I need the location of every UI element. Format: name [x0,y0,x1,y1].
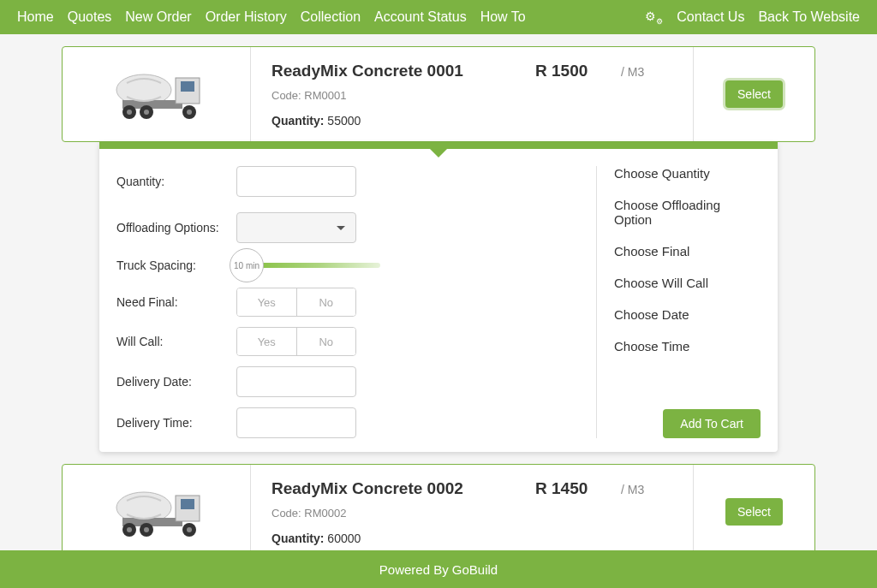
navbar: Home Quotes New Order Order History Coll… [0,0,877,34]
product-info: ReadyMix Concrete 0002 R 1450 / M3 Code:… [251,465,693,559]
step-date: Choose Date [614,307,761,322]
quantity-label: Quantity: [116,175,236,188]
product-title: ReadyMix Concrete 0002 [271,479,535,498]
offloading-label: Offloading Options: [116,221,236,235]
select-button[interactable]: Select [725,80,783,108]
caret-down-icon [337,226,345,230]
panel-arrow-icon [430,149,447,157]
product-card: ReadyMix Concrete 0002 R 1450 / M3 Code:… [62,464,815,560]
truck-spacing-slider[interactable]: 10 min [236,263,391,268]
will-call-no[interactable]: No [297,328,356,355]
svg-point-9 [187,110,192,115]
truck-icon [105,64,208,124]
quantity-input[interactable] [236,166,356,197]
delivery-time-input[interactable] [236,407,356,438]
product-price: R 1500 [535,62,621,80]
product-image [63,47,251,141]
delivery-date-label: Delivery Date: [116,375,236,389]
svg-point-19 [187,527,192,532]
product-select-cell: Select [693,47,814,141]
product-title: ReadyMix Concrete 0001 [271,62,535,80]
nav-new-order[interactable]: New Order [125,9,191,25]
footer-text: Powered By GoBuild [379,562,498,577]
product-code: Code: RM0002 [271,507,672,520]
nav-account-status[interactable]: Account Status [374,9,467,25]
svg-rect-3 [181,81,194,92]
config-form: Quantity: Offloading Options: Truck Spac… [116,166,596,438]
product-quantity: Quantity: 60000 [271,532,672,545]
product-quantity: Quantity: 55000 [271,114,672,128]
svg-point-7 [127,110,132,115]
nav-contact-us[interactable]: Contact Us [677,9,744,25]
product-info: ReadyMix Concrete 0001 R 1500 / M3 Code:… [251,47,693,141]
product-config-panel: Quantity: Offloading Options: Truck Spac… [99,142,778,452]
need-final-yes[interactable]: Yes [237,288,297,316]
need-final-toggle: Yes No [236,288,356,317]
need-final-no[interactable]: No [297,288,356,316]
step-quantity: Choose Quantity [614,166,761,181]
nav-back-to-website[interactable]: Back To Website [758,9,860,25]
product-select-cell: Select [693,465,814,559]
delivery-time-label: Delivery Time: [116,416,236,430]
truck-spacing-label: Truck Spacing: [116,258,236,272]
nav-quotes[interactable]: Quotes [68,9,112,25]
step-time: Choose Time [614,339,761,353]
product-unit: / M3 [621,65,672,79]
truck-icon [105,482,208,542]
settings-icon[interactable]: ⚙⚙ [645,9,663,26]
step-will-call: Choose Will Call [614,276,761,290]
svg-point-18 [144,527,149,532]
product-code: Code: RM0001 [271,89,672,102]
step-final: Choose Final [614,244,761,258]
add-to-cart-button[interactable]: Add To Cart [663,409,761,438]
product-price: R 1450 [535,479,621,498]
steps-list: Choose Quantity Choose Offloading Option… [596,166,761,438]
svg-rect-13 [181,499,194,509]
need-final-label: Need Final: [116,295,236,309]
offloading-select[interactable] [236,212,356,243]
product-card: ReadyMix Concrete 0001 R 1500 / M3 Code:… [62,46,815,142]
product-unit: / M3 [621,483,672,496]
nav-collection[interactable]: Collection [301,9,361,25]
step-offloading: Choose Offloading Option [614,198,761,227]
will-call-toggle: Yes No [236,327,356,356]
nav-order-history[interactable]: Order History [206,9,287,25]
footer: Powered By GoBuild [0,550,877,588]
slider-track [260,263,380,268]
panel-top-bar [99,142,778,149]
nav-left: Home Quotes New Order Order History Coll… [17,9,526,25]
nav-home[interactable]: Home [17,9,54,25]
nav-right: ⚙⚙ Contact Us Back To Website [645,9,860,26]
product-image [63,465,251,559]
svg-point-17 [127,527,132,532]
will-call-yes[interactable]: Yes [237,328,297,355]
slider-thumb[interactable]: 10 min [230,248,264,282]
content-area: ReadyMix Concrete 0001 R 1500 / M3 Code:… [0,34,877,560]
svg-point-8 [144,110,149,115]
will-call-label: Will Call: [116,335,236,348]
select-button[interactable]: Select [725,498,783,526]
nav-how-to[interactable]: How To [480,9,526,25]
delivery-date-input[interactable] [236,366,356,397]
